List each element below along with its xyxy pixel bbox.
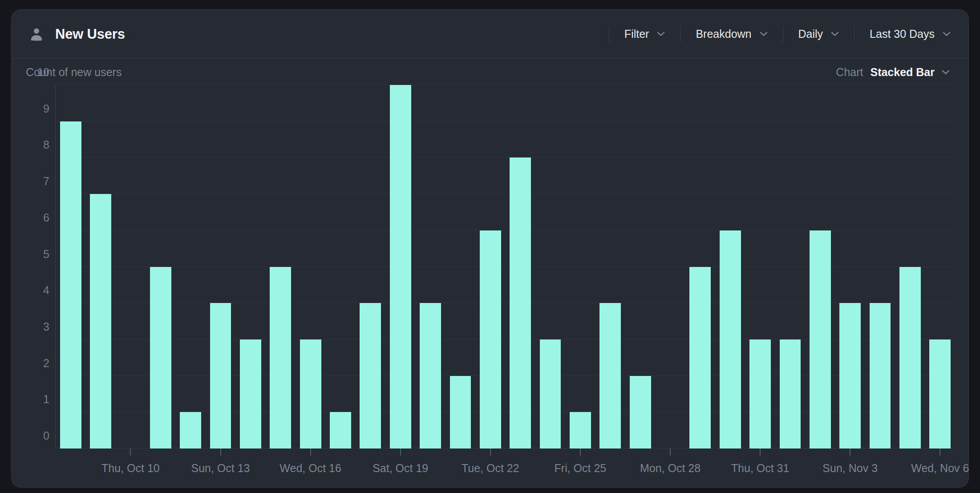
bar[interactable] — [689, 267, 711, 449]
x-axis-label: Fri, Oct 25 — [555, 462, 607, 475]
x-axis-label: Tue, Oct 22 — [462, 462, 519, 475]
x-axis-tick — [490, 449, 491, 456]
bar[interactable] — [929, 339, 951, 449]
y-axis-label: 7 — [43, 175, 49, 188]
y-axis-label: 10 — [37, 66, 49, 79]
bar[interactable] — [720, 230, 741, 449]
bar[interactable] — [899, 267, 921, 449]
gridline — [56, 157, 955, 158]
y-axis-label: 0 — [43, 429, 49, 442]
bar[interactable] — [510, 158, 531, 449]
x-axis-tick — [220, 449, 221, 456]
gridline — [56, 121, 955, 121]
bar[interactable] — [60, 121, 81, 449]
date-range-dropdown[interactable]: Last 30 Days — [854, 10, 952, 58]
title-group: New Users — [28, 26, 125, 42]
user-icon — [28, 26, 45, 42]
chevron-down-icon — [943, 32, 951, 36]
chart-type-dropdown[interactable]: Chart Stacked Bar — [836, 66, 950, 79]
x-axis-label: Thu, Oct 10 — [101, 462, 160, 475]
x-axis-tick — [310, 449, 311, 456]
granularity-dropdown[interactable]: Daily — [783, 10, 854, 58]
x-axis-tick — [850, 449, 850, 456]
y-axis-label: 4 — [43, 284, 49, 297]
x-axis-tick — [130, 449, 131, 456]
breakdown-dropdown[interactable]: Breakdown — [680, 10, 782, 58]
x-axis-tick — [580, 449, 581, 456]
bar[interactable] — [150, 267, 171, 449]
header-controls: Filter Breakdown Daily Last 30 Days — [609, 10, 952, 58]
bar[interactable] — [180, 412, 201, 449]
card-header: New Users Filter Breakdown Daily Last 30… — [12, 10, 968, 59]
breakdown-dropdown-label: Breakdown — [696, 28, 751, 40]
bar[interactable] — [420, 303, 441, 449]
bar[interactable] — [839, 303, 861, 449]
bar[interactable] — [749, 339, 771, 449]
new-users-card: New Users Filter Breakdown Daily Last 30… — [11, 9, 969, 488]
bar[interactable] — [450, 376, 471, 449]
bar[interactable] — [210, 303, 231, 449]
bar[interactable] — [300, 339, 321, 449]
plot-area: 012345678910Thu, Oct 10Sun, Oct 13Wed, O… — [55, 85, 955, 449]
x-axis-tick — [400, 449, 401, 456]
chart-type-value: Stacked Bar — [870, 66, 935, 79]
bar[interactable] — [480, 230, 501, 449]
x-axis-label: Wed, Oct 16 — [279, 462, 341, 475]
bar[interactable] — [390, 85, 411, 449]
gridline — [56, 85, 955, 85]
gridline — [56, 194, 955, 194]
bar[interactable] — [270, 267, 291, 449]
x-axis-label: Sat, Oct 19 — [373, 462, 428, 475]
x-axis-tick — [940, 449, 940, 456]
y-axis-label: 2 — [43, 356, 49, 369]
granularity-dropdown-label: Daily — [798, 28, 823, 40]
y-axis-label: 6 — [43, 211, 49, 224]
x-axis-label: Sun, Oct 13 — [191, 462, 250, 475]
x-axis-tick — [760, 449, 761, 456]
chevron-down-icon — [942, 70, 950, 75]
bar[interactable] — [570, 412, 591, 449]
x-axis-label: Wed, Nov 6 — [911, 462, 969, 475]
chevron-down-icon — [831, 32, 839, 36]
y-axis-label: 3 — [43, 320, 49, 333]
bar[interactable] — [90, 194, 111, 449]
bar[interactable] — [330, 412, 351, 449]
x-axis-label: Mon, Oct 28 — [640, 462, 701, 475]
chevron-down-icon — [657, 32, 665, 36]
bar[interactable] — [599, 303, 621, 449]
x-axis-label: Thu, Oct 31 — [731, 462, 790, 475]
chart-type-prefix: Chart — [836, 66, 863, 79]
bar[interactable] — [360, 303, 381, 449]
x-axis-tick — [670, 449, 671, 456]
y-axis-label: 1 — [43, 393, 49, 406]
bar[interactable] — [540, 339, 561, 449]
bar[interactable] — [870, 303, 891, 449]
y-axis-label: 5 — [43, 247, 49, 260]
y-axis-label: 9 — [43, 102, 49, 115]
bar[interactable] — [240, 339, 261, 449]
x-axis-label: Sun, Nov 3 — [822, 462, 878, 475]
bar[interactable] — [780, 339, 801, 449]
filter-dropdown-label: Filter — [624, 28, 649, 40]
bar[interactable] — [810, 230, 831, 449]
y-axis-label: 8 — [43, 138, 49, 151]
bar[interactable] — [630, 376, 651, 449]
card-title: New Users — [55, 26, 125, 42]
subheader: Count of new users Chart Stacked Bar — [12, 59, 968, 85]
chevron-down-icon — [760, 32, 768, 36]
filter-dropdown[interactable]: Filter — [609, 10, 680, 58]
date-range-dropdown-label: Last 30 Days — [870, 28, 935, 40]
